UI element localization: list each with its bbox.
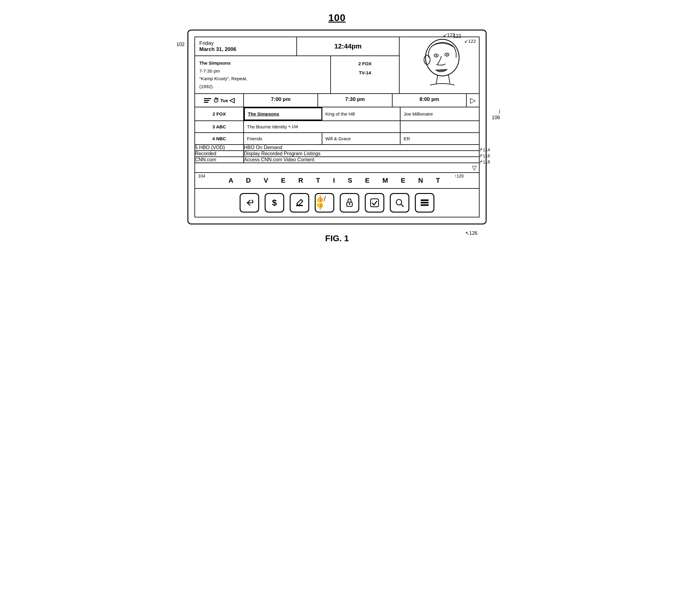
program-koth[interactable]: King of the Hill	[322, 107, 401, 121]
thumbs-button[interactable]: 👍/👎	[315, 193, 334, 212]
time-cell: 12:44pm	[297, 37, 399, 55]
label-106: 106	[492, 115, 500, 121]
nav-bar: ⏱ Tue ◁ 7:00 pm 7:30 pm 8:00 pm ▷	[195, 94, 479, 107]
prog-channel: 2 FOX	[335, 59, 395, 68]
lines-icon	[204, 98, 211, 103]
clock-icon: ⏱	[213, 97, 219, 104]
prog-title: The Simpsons	[199, 59, 326, 67]
channel-recorded: Recorded	[195, 151, 244, 156]
svg-point-3	[436, 55, 437, 56]
svg-rect-15	[421, 202, 429, 203]
back-button[interactable]	[240, 193, 259, 212]
table-row: Recorded Display Recorded Program Listin…	[195, 151, 479, 157]
label-118: ↱118	[479, 159, 490, 164]
svg-line-13	[401, 204, 404, 207]
program-bourne[interactable]: The Bourne Identity ↖108	[244, 121, 401, 132]
prog-time: 7-7:30 pm	[199, 67, 326, 75]
person-preview	[409, 38, 470, 93]
table-row: 5 HBO (VOD) HBO On Demand ↱114	[195, 145, 479, 151]
svg-line-7	[448, 75, 450, 84]
nav-time-3: 8:00 pm	[392, 94, 467, 107]
svg-line-6	[436, 75, 438, 84]
day-label: Friday	[199, 40, 292, 46]
date-cell: Friday March 31, 2006	[195, 37, 297, 55]
svg-rect-11	[370, 199, 378, 207]
nav-day-label: Tue	[220, 98, 228, 103]
edit-button[interactable]	[290, 193, 309, 212]
channel-rating: 2 FOX TV-14	[331, 56, 399, 93]
channel-fox: 2 FOX	[195, 107, 244, 121]
svg-point-1	[424, 55, 430, 64]
program-desc: The Simpsons 7-7:30 pm "Kamp Krusty", Re…	[195, 56, 331, 93]
date-label: March 31, 2006	[199, 46, 292, 52]
channel-abc: 3 ABC	[195, 121, 244, 132]
svg-rect-16	[421, 204, 429, 206]
program-will-grace[interactable]: Will & Grace	[322, 133, 401, 144]
table-row: 2 FOX The Simpsons King of the Hill Joe …	[195, 107, 479, 121]
program-recorded[interactable]: Display Recorded Program Listings	[244, 151, 479, 156]
guide-grid: ⏱ Tue ◁ 7:00 pm 7:30 pm 8:00 pm ▷ 2 FOX …	[195, 94, 479, 163]
label-120c: ↑120	[455, 173, 464, 178]
nav-controls[interactable]: ⏱ Tue ◁	[204, 96, 235, 104]
label-114: ↱114	[479, 147, 490, 152]
channel-hbo: 5 HBO (VOD)	[195, 145, 244, 150]
label-126: ↖126	[465, 230, 477, 236]
nav-time-2: 7:30 pm	[318, 94, 392, 107]
program-friends[interactable]: Friends	[244, 133, 322, 144]
purchase-button[interactable]: $	[265, 193, 284, 212]
label-104: 104	[198, 173, 205, 178]
table-row: CNN.com Access CNN.com Video Content ↱11…	[195, 157, 479, 163]
ad-text: A D V E R T I S E M E N T	[229, 177, 446, 184]
controls-bar: $ 👍/👎	[195, 189, 479, 217]
channel-cnn: CNN.com	[195, 157, 244, 163]
label-108: ↖108	[288, 124, 298, 129]
scroll-down-arrow[interactable]: ▽	[472, 164, 476, 171]
check-button[interactable]	[365, 193, 384, 212]
table-row: 4 NBC Friends Will & Grace ER	[195, 133, 479, 145]
preview-area: ↙122	[400, 37, 479, 93]
nav-day-cell[interactable]: ⏱ Tue ◁	[195, 94, 244, 107]
svg-point-12	[396, 199, 402, 205]
menu-button[interactable]	[415, 193, 434, 212]
tv-frame: 122 ↙122 Friday March 31, 2006 12:44pm T…	[188, 30, 486, 224]
prog-episode: "Kamp Krusty", Repeat,	[199, 75, 326, 83]
prog-year: (1992).	[199, 83, 326, 91]
program-hbo[interactable]: HBO On Demand	[244, 145, 479, 150]
nav-left-arrow[interactable]: ◁	[229, 96, 234, 104]
advertisement-bar: A D V E R T I S E M E N T	[195, 173, 479, 189]
prog-rating: TV-14	[335, 68, 395, 78]
program-cnn[interactable]: Access CNN.com Video Content	[244, 157, 479, 163]
channel-nbc: 4 NBC	[195, 133, 244, 144]
scrollbar-bottom: ▽ 104 ↑120	[195, 163, 479, 173]
program-abc-empty	[401, 121, 479, 132]
program-simpsons[interactable]: The Simpsons	[244, 107, 322, 121]
bracket-106: ⌋	[498, 109, 500, 114]
program-joe[interactable]: Joe Millionaire	[401, 107, 479, 121]
label-116: ↱116	[479, 153, 490, 158]
label-102: 102	[177, 42, 185, 47]
svg-point-10	[349, 203, 350, 205]
page-title: 100	[328, 12, 346, 23]
fig-caption: FIG. 1	[325, 234, 349, 243]
nav-time-1: 7:00 pm	[244, 94, 318, 107]
nav-right-arrow[interactable]: ▷	[467, 94, 479, 107]
search-button[interactable]	[390, 193, 409, 212]
program-er[interactable]: ER	[401, 133, 479, 144]
svg-rect-14	[421, 199, 429, 201]
svg-point-5	[446, 54, 448, 55]
table-row: 3 ABC The Bourne Identity ↖108	[195, 121, 479, 133]
lock-button[interactable]	[340, 193, 359, 212]
label-120-top: ↙122	[464, 38, 476, 44]
